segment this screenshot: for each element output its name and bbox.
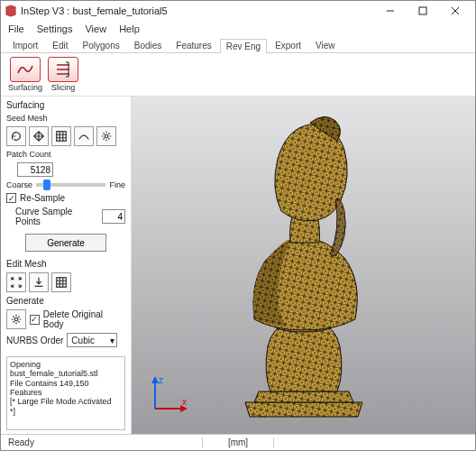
patch-count-label: Patch Count xyxy=(6,150,125,159)
titlebar: InStep V3 : bust_female_tutorial5 xyxy=(1,1,475,21)
tab-bodies[interactable]: Bodies xyxy=(128,38,169,52)
edit-mesh-label: Edit Mesh xyxy=(6,259,125,269)
patch-density-slider[interactable] xyxy=(36,183,105,187)
nurbs-order-select[interactable]: Cubic ▾ xyxy=(67,333,117,347)
menu-help[interactable]: Help xyxy=(119,23,140,34)
model-bust xyxy=(200,103,407,428)
generate-settings-icon[interactable] xyxy=(6,309,26,329)
fine-label: Fine xyxy=(109,180,125,189)
delete-original-label: Delete Original Body xyxy=(43,309,125,329)
log-line: File Contains 149,150 Features xyxy=(10,379,122,398)
status-ready: Ready xyxy=(8,437,202,447)
seed-curve-icon[interactable] xyxy=(74,126,94,146)
log-console[interactable]: Opening bust_female_tutorial5.stl File C… xyxy=(6,356,125,430)
svg-point-5 xyxy=(105,134,108,138)
app-icon xyxy=(5,5,17,17)
menu-file[interactable]: File xyxy=(8,23,24,34)
resample-label: Re-Sample xyxy=(20,193,65,203)
surfacing-group-label: Surfacing xyxy=(6,100,125,110)
tab-edit[interactable]: Edit xyxy=(46,38,74,52)
seed-settings-icon[interactable] xyxy=(96,126,116,146)
tab-features[interactable]: Features xyxy=(169,38,217,52)
seed-grid-icon[interactable] xyxy=(51,126,71,146)
side-panel: Surfacing Seed Mesh Patch Count Coarse F… xyxy=(1,97,132,434)
log-line: [* Large File Mode Activated xyxy=(10,397,122,406)
slicing-button[interactable] xyxy=(48,57,78,82)
statusbar: Ready [mm] xyxy=(1,434,475,450)
edit-expand-icon[interactable] xyxy=(6,272,26,292)
viewport-3d[interactable]: z x xyxy=(132,97,475,434)
svg-rect-6 xyxy=(57,278,67,288)
delete-original-checkbox[interactable]: ✓ xyxy=(30,315,40,325)
edit-grid-icon[interactable] xyxy=(51,272,71,292)
surfacing-label: Surfacing xyxy=(8,83,42,92)
svg-rect-1 xyxy=(419,7,426,14)
menubar: File Settings View Help xyxy=(1,21,475,37)
status-units: [mm] xyxy=(202,437,274,447)
tab-export[interactable]: Export xyxy=(269,38,307,52)
tab-polygons[interactable]: Polygons xyxy=(77,38,126,52)
seed-mesh-label: Seed Mesh xyxy=(6,114,125,123)
axis-gizmo: z x xyxy=(146,373,191,418)
ribbon: Surfacing Slicing xyxy=(1,53,475,97)
nurbs-order-value: Cubic xyxy=(71,336,95,345)
chevron-down-icon: ▾ xyxy=(110,336,114,345)
seed-refresh-icon[interactable] xyxy=(6,126,26,146)
axis-x-label: x xyxy=(182,397,187,407)
edit-export-icon[interactable] xyxy=(29,272,49,292)
svg-marker-12 xyxy=(151,376,159,383)
log-line: *] xyxy=(10,407,122,416)
nurbs-order-label: NURBS Order xyxy=(6,336,63,345)
curve-points-input[interactable] xyxy=(102,209,125,224)
workspace: Surfacing Seed Mesh Patch Count Coarse F… xyxy=(1,97,475,434)
svg-point-7 xyxy=(14,318,18,321)
curve-points-label: Curve Sample Points xyxy=(15,207,98,226)
maximize-button[interactable] xyxy=(407,1,439,21)
menu-settings[interactable]: Settings xyxy=(37,23,73,34)
generate-group-label: Generate xyxy=(6,296,125,306)
window-title: InStep V3 : bust_female_tutorial5 xyxy=(21,5,374,16)
coarse-label: Coarse xyxy=(6,180,32,189)
axis-z-label: z xyxy=(159,375,163,385)
svg-rect-4 xyxy=(57,132,67,142)
tabbar: Import Edit Polygons Bodies Features Rev… xyxy=(1,37,475,53)
resample-checkbox[interactable]: ✓ xyxy=(6,193,16,203)
seed-mesh-icon[interactable] xyxy=(29,126,49,146)
minimize-button[interactable] xyxy=(374,1,407,21)
tab-rev-eng[interactable]: Rev Eng xyxy=(220,39,267,53)
log-line: bust_female_tutorial5.stl xyxy=(10,369,122,378)
surfacing-button[interactable] xyxy=(10,57,41,82)
menu-view[interactable]: View xyxy=(85,23,106,34)
tab-view[interactable]: View xyxy=(309,38,342,52)
close-button[interactable] xyxy=(439,1,471,21)
slicing-label: Slicing xyxy=(51,83,76,92)
generate-seed-button[interactable]: Generate xyxy=(25,234,106,252)
log-line: Opening xyxy=(10,360,122,369)
patch-count-input[interactable] xyxy=(17,162,53,177)
tab-import[interactable]: Import xyxy=(6,38,44,52)
